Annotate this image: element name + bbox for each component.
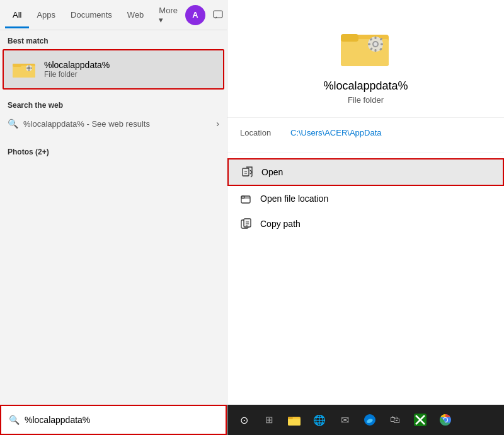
copy-path-icon <box>240 218 253 230</box>
taskbar-mail[interactable]: ✉ <box>333 409 356 431</box>
search-panel: All Apps Documents Web More ▾ A ··· ✕ <box>0 0 227 435</box>
web-search-label: Search the web <box>8 95 219 113</box>
svg-point-5 <box>28 67 31 70</box>
taskbar-bag[interactable]: 🛍 <box>384 409 406 431</box>
taskbar-explorer[interactable] <box>283 409 306 431</box>
location-label: Location <box>240 128 290 137</box>
taskbar-chrome[interactable] <box>434 409 457 431</box>
user-avatar-button[interactable]: A <box>185 5 205 25</box>
photos-section: Photos (2+) <box>0 136 227 163</box>
detail-info: Location C:\Users\ACER\AppData <box>227 118 504 153</box>
best-match-label: Best match <box>0 30 227 49</box>
search-icon: 🔍 <box>9 415 20 425</box>
open-label: Open <box>261 167 283 177</box>
svg-rect-0 <box>214 11 222 18</box>
taskbar-xbox[interactable] <box>409 409 432 431</box>
chat-icon-button[interactable] <box>208 5 228 25</box>
chevron-right-icon: › <box>216 119 219 129</box>
tab-web[interactable]: Web <box>120 1 152 28</box>
web-search-section: Search the web 🔍 %localappdata% - See we… <box>0 90 227 136</box>
open-file-location-label: Open file location <box>260 194 328 204</box>
svg-rect-8 <box>26 67 28 69</box>
svg-rect-18 <box>368 44 370 45</box>
taskbar-taskview[interactable]: ⊞ <box>258 409 280 431</box>
web-search-item[interactable]: 🔍 %localappdata% - See web results › <box>8 113 219 134</box>
taskbar-store[interactable]: 🌐 <box>308 409 331 431</box>
svg-rect-30 <box>288 419 301 426</box>
svg-rect-7 <box>28 70 30 71</box>
best-match-item[interactable]: %localappdata% File folder <box>3 49 224 90</box>
tab-more[interactable]: More ▾ <box>151 0 185 33</box>
svg-rect-31 <box>288 417 293 419</box>
svg-rect-16 <box>374 37 376 39</box>
open-action[interactable]: Open <box>227 158 504 186</box>
svg-rect-19 <box>381 44 383 45</box>
search-input[interactable] <box>25 415 218 425</box>
tab-all[interactable]: All <box>5 1 29 28</box>
copy-path-action[interactable]: Copy path <box>227 211 504 236</box>
detail-actions: Open Open file location Co <box>227 153 504 241</box>
svg-rect-9 <box>31 67 32 69</box>
svg-rect-3 <box>13 64 21 67</box>
web-item-text: %localappdata% - See web results <box>23 119 150 129</box>
svg-rect-24 <box>243 168 249 176</box>
open-icon <box>241 166 254 178</box>
taskbar-edge[interactable] <box>358 409 381 431</box>
folder-icon <box>11 57 37 82</box>
tab-documents[interactable]: Documents <box>63 1 120 28</box>
copy-path-label: Copy path <box>260 219 301 229</box>
detail-subtitle: File folder <box>348 95 384 105</box>
taskbar-search[interactable]: ⊙ <box>232 409 255 431</box>
tab-apps[interactable]: Apps <box>29 1 63 28</box>
detail-title: %localappdata% <box>323 79 408 93</box>
best-match-text: %localappdata% File folder <box>44 60 110 79</box>
photos-label: Photos (2+) <box>8 141 219 160</box>
open-file-location-icon <box>240 192 253 205</box>
location-value[interactable]: C:\Users\ACER\AppData <box>290 128 382 137</box>
open-file-location-action[interactable]: Open file location <box>227 186 504 211</box>
location-row: Location C:\Users\ACER\AppData <box>240 128 491 137</box>
detail-header: %localappdata% File folder <box>227 0 504 118</box>
svg-rect-26 <box>241 196 244 199</box>
svg-rect-17 <box>374 49 376 52</box>
svg-point-15 <box>374 42 377 46</box>
taskbar: ⊙ ⊞ 🌐 ✉ 🛍 <box>227 405 504 435</box>
detail-folder-icon <box>341 25 391 69</box>
detail-panel: %localappdata% File folder Location C:\U… <box>227 0 504 435</box>
search-bar: 🔍 <box>0 405 227 435</box>
svg-rect-12 <box>341 34 358 42</box>
search-web-icon: 🔍 <box>8 119 18 129</box>
tabs-bar: All Apps Documents Web More ▾ A ··· ✕ <box>0 0 227 30</box>
svg-rect-25 <box>241 196 250 203</box>
svg-rect-6 <box>28 66 30 67</box>
